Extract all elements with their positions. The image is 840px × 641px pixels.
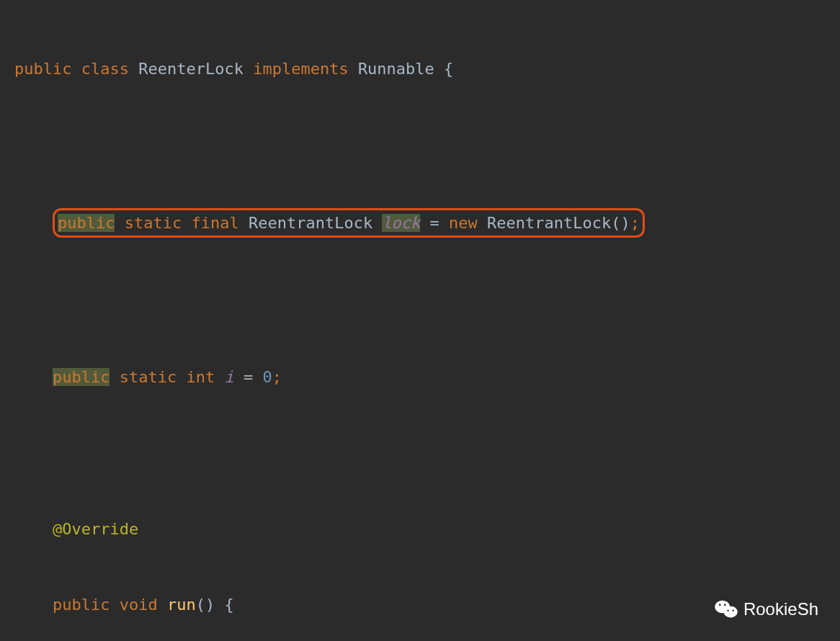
keyword-void: void: [120, 596, 158, 614]
constructor-call: ReentrantLock(): [487, 214, 630, 232]
keyword-public: public: [53, 368, 110, 386]
code-editor[interactable]: public class ReenterLock implements Runn…: [0, 6, 840, 641]
code-line[interactable]: public static final ReentrantLock lock =…: [0, 208, 840, 238]
code-line[interactable]: [0, 289, 840, 314]
keyword-static: static: [125, 214, 182, 232]
field-name: lock: [382, 214, 420, 232]
field-name: i: [224, 368, 233, 386]
keyword-public: public: [53, 596, 110, 614]
svg-point-4: [727, 609, 728, 611]
code-line[interactable]: public class ReenterLock implements Runn…: [0, 56, 840, 81]
keyword-int: int: [186, 368, 215, 386]
type-name: ReentrantLock: [249, 214, 372, 232]
svg-point-5: [732, 609, 733, 611]
svg-point-2: [719, 604, 721, 606]
wechat-icon: [715, 599, 738, 619]
keyword-class: class: [81, 60, 129, 78]
keyword-final: final: [191, 214, 238, 232]
number-literal: 0: [262, 368, 272, 386]
brace: {: [434, 60, 454, 78]
watermark-text: RookieSh: [743, 596, 818, 623]
svg-point-3: [724, 604, 726, 606]
keyword-public: public: [14, 60, 71, 78]
keyword-new: new: [449, 214, 478, 232]
svg-point-1: [723, 606, 737, 617]
code-line[interactable]: [0, 440, 840, 465]
code-line[interactable]: public static int i = 0;: [0, 364, 840, 390]
keyword-static: static: [120, 368, 177, 386]
highlight-box: public static final ReentrantLock lock =…: [53, 208, 645, 238]
method-name: run: [167, 596, 196, 614]
keyword-implements: implements: [253, 60, 348, 78]
annotation-override: @Override: [53, 520, 138, 538]
semicolon: ;: [630, 214, 640, 232]
interface-name: Runnable: [358, 60, 434, 78]
watermark: RookieSh: [715, 596, 818, 623]
code-line[interactable]: @Override: [0, 516, 840, 542]
class-name: ReenterLock: [138, 60, 243, 78]
keyword-public: public: [58, 214, 115, 232]
code-line[interactable]: [0, 133, 840, 158]
